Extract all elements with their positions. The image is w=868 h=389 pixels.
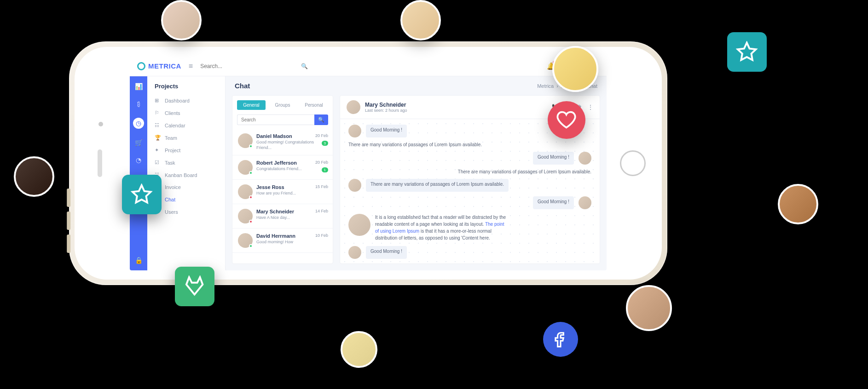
message-bubble: Good Morning ! bbox=[533, 152, 574, 165]
more-icon[interactable]: ⋮ bbox=[588, 104, 593, 110]
main-panel: Chat Metrica › Projects › Chat GeneralGr… bbox=[226, 76, 607, 270]
message-text: There are many variations of passages of… bbox=[458, 169, 591, 174]
icon-rail: 📊 ₿ ◷ 🛒 ◔ 🔒 bbox=[130, 76, 147, 270]
star-tile bbox=[122, 175, 162, 214]
brand-name: METRICA bbox=[148, 62, 181, 70]
message-avatar bbox=[348, 246, 361, 259]
unread-badge: 3 bbox=[322, 141, 328, 146]
facebook-tile bbox=[543, 322, 578, 357]
sidebar-item-label: Calendar bbox=[165, 123, 185, 128]
sidebar-item-label: Chat bbox=[165, 197, 175, 202]
floating-avatar bbox=[161, 0, 202, 40]
contact-item[interactable]: Robert JeffersonCongratulations Friend..… bbox=[232, 155, 333, 180]
contact-avatar bbox=[238, 209, 253, 223]
brand-logo[interactable]: METRICA bbox=[137, 62, 181, 70]
contact-search-input[interactable] bbox=[237, 114, 314, 125]
contact-item[interactable]: Jesse RossHow are you Friend...15 Feb bbox=[232, 180, 333, 204]
contact-time: 14 Feb bbox=[315, 209, 328, 213]
rail-cart-icon[interactable]: 🛒 bbox=[135, 139, 143, 146]
tab-groups[interactable]: Groups bbox=[268, 100, 297, 110]
message-row: Good Morning ! bbox=[348, 246, 591, 259]
rail-crypto-icon[interactable]: ₿ bbox=[137, 100, 140, 108]
sidebar-item-icon: ⚐ bbox=[155, 110, 161, 116]
contact-tabs: GeneralGroupsPersonal bbox=[232, 96, 333, 114]
sidebar-item-icon: ✦ bbox=[155, 147, 161, 153]
tab-personal[interactable]: Personal bbox=[300, 100, 328, 110]
phone-home-button[interactable] bbox=[620, 150, 646, 176]
sidebar-item-clients[interactable]: ⚐Clients bbox=[147, 107, 225, 119]
messages-area: Good Morning !There are many variations … bbox=[340, 119, 600, 263]
contact-preview: Have A Nice day... bbox=[256, 215, 327, 221]
menu-toggle-icon[interactable]: ≡ bbox=[189, 62, 193, 70]
sidebar-item-label: Team bbox=[165, 135, 177, 141]
sidebar-item-label: Users bbox=[165, 209, 178, 215]
contact-avatar bbox=[238, 160, 253, 175]
logo-icon bbox=[137, 62, 145, 70]
tab-general[interactable]: General bbox=[237, 100, 266, 110]
search-icon[interactable]: 🔍 bbox=[301, 63, 308, 69]
contact-preview: Good morning! How bbox=[256, 240, 327, 245]
contact-time: 20 Feb bbox=[315, 133, 328, 138]
sidebar-item-icon: ☑ bbox=[155, 160, 161, 166]
message-avatar bbox=[579, 196, 591, 209]
sidebar-item-label: Clients bbox=[165, 110, 180, 116]
app-screen: METRICA ≡ 🔍 🔔2 Amalia ⌄ bbox=[130, 56, 607, 270]
contact-item[interactable]: Mary SchneiderHave A Nice day...14 Feb bbox=[232, 204, 333, 229]
sidebar-item-label: Kanban Board bbox=[165, 172, 197, 178]
global-search[interactable]: 🔍 bbox=[200, 63, 311, 69]
message-bubble: Good Morning ! bbox=[366, 125, 407, 137]
sidebar: Projects ⊞Dashboard⚐Clients☷Calendar🏆Tea… bbox=[147, 76, 226, 270]
contact-preview: Congratulations Friend... bbox=[256, 166, 327, 172]
contact-avatar bbox=[238, 233, 253, 248]
phone-camera bbox=[98, 122, 103, 126]
sidebar-item-dashboard[interactable]: ⊞Dashboard bbox=[147, 94, 225, 107]
floating-avatar bbox=[626, 285, 672, 331]
sidebar-item-task[interactable]: ☑Task bbox=[147, 156, 225, 169]
sidebar-item-label: Dashboard bbox=[165, 98, 190, 103]
status-dot bbox=[249, 244, 253, 248]
sidebar-item-calendar[interactable]: ☷Calendar bbox=[147, 119, 225, 132]
contact-search-button[interactable]: 🔍 bbox=[314, 114, 328, 125]
rail-reports-icon[interactable]: ◔ bbox=[136, 156, 141, 164]
contact-item[interactable]: David HerrmannGood morning! How10 Feb bbox=[232, 229, 333, 253]
contact-avatar bbox=[238, 133, 253, 148]
status-dot bbox=[249, 195, 253, 199]
svg-marker-1 bbox=[133, 185, 150, 202]
rail-analytics-icon[interactable]: 📊 bbox=[135, 83, 143, 90]
floating-avatar bbox=[341, 331, 377, 368]
contact-search: 🔍 bbox=[237, 114, 328, 125]
status-dot bbox=[249, 220, 253, 223]
star-tile bbox=[727, 32, 767, 72]
message-row: There are many variations of passages of… bbox=[348, 179, 591, 192]
floating-avatar bbox=[552, 46, 598, 92]
message-bubble: Good Morning ! bbox=[366, 246, 407, 259]
message-row: There are many variations of passages of… bbox=[348, 169, 591, 174]
chat-last-seen: Last seen: 2 hours ago bbox=[365, 108, 407, 113]
message-row: It is a long established fact that a rea… bbox=[348, 214, 591, 241]
floating-avatar bbox=[778, 184, 818, 224]
message-row: Good Morning ! bbox=[348, 152, 591, 165]
phone-side-switches bbox=[67, 189, 70, 257]
sidebar-item-icon: ⊞ bbox=[155, 97, 161, 103]
sidebar-item-team[interactable]: 🏆Team bbox=[147, 132, 225, 144]
message-avatar bbox=[579, 152, 591, 165]
unread-badge: 1 bbox=[322, 167, 328, 172]
contact-preview: Good morning! Congratulations Friend... bbox=[256, 140, 327, 150]
svg-marker-0 bbox=[738, 43, 756, 60]
message-avatar bbox=[348, 214, 370, 236]
message-bubble: There are many variations of passages of… bbox=[366, 179, 509, 192]
gitlab-tile bbox=[175, 267, 214, 306]
sidebar-item-project[interactable]: ✦Project bbox=[147, 144, 225, 156]
phone-speaker bbox=[98, 149, 102, 177]
chat-header-avatar bbox=[347, 100, 360, 114]
rail-projects-icon[interactable]: ◷ bbox=[133, 118, 144, 129]
contact-preview: How are you Friend... bbox=[256, 191, 327, 196]
contact-avatar bbox=[238, 184, 253, 199]
sidebar-title: Projects bbox=[147, 83, 225, 94]
search-input[interactable] bbox=[200, 63, 311, 69]
contact-item[interactable]: Daniel MadsonGood morning! Congratulatio… bbox=[232, 129, 333, 155]
message-avatar bbox=[348, 179, 361, 192]
sidebar-item-label: Project bbox=[165, 148, 180, 153]
rail-lock-icon[interactable]: 🔒 bbox=[135, 257, 143, 264]
message-bubble: Good Morning ! bbox=[533, 196, 574, 209]
